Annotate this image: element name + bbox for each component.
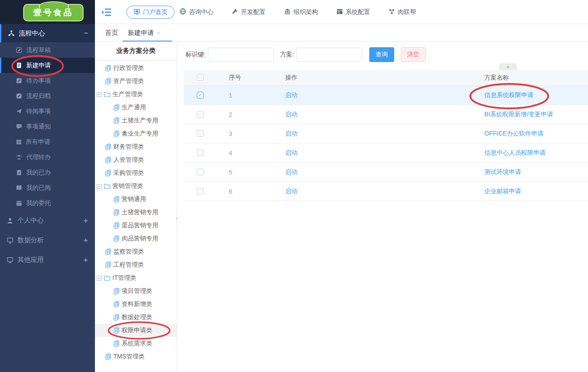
tree-item[interactable]: 资产管理类 [95,75,177,88]
start-link[interactable]: 启动 [285,91,298,98]
sidebar-item-todo[interactable]: 待办事项 [0,73,95,88]
tree-item[interactable]: 土猪营销专用 [95,206,177,219]
plan-name-link[interactable]: 测试环境申请 [484,168,521,175]
clear-button[interactable]: 清空 [401,47,426,62]
screen-icon [133,8,140,17]
tree-item[interactable]: 工程管理类 [95,258,177,271]
nav-item-consult[interactable]: 咨询中心 [179,8,214,16]
wrench-icon [232,8,238,16]
nav-item-dev-config[interactable]: 开发配置 [232,8,266,16]
sidebar-section-process-center[interactable]: 流程中心 − [0,24,95,42]
tree-folder[interactable]: −营销管理类 [95,180,177,193]
start-link[interactable]: 启动 [285,111,298,118]
tree-item[interactable]: 监察管理类 [95,245,177,258]
sidebar-section-personal-center[interactable]: 个人中心 + [0,211,95,230]
plan-name-link[interactable]: OFFICE办公软件申请 [484,130,543,137]
nav-item-sys-config[interactable]: 系统配置 [336,8,370,16]
tree-item[interactable]: 系统需求类 [95,337,177,350]
tree-item[interactable]: 项目管理类 [95,285,177,298]
tree-item[interactable]: 资料新增类 [95,298,177,311]
key-input[interactable] [208,48,274,62]
chat-bubble-icon [16,123,22,130]
doc-pages-icon [113,301,120,308]
doc-pages-icon [113,104,120,111]
tree-item[interactable]: 营销通用 [95,193,177,206]
tree-item[interactable]: 人资管理类 [95,153,177,167]
doc-pages-icon [105,78,112,85]
plan-name-link[interactable]: 企业邮箱申请 [484,188,521,195]
expand-plus-icon[interactable]: + [84,216,88,225]
table-row: 4 启动 信息中心人员权限申请 [184,143,588,163]
tree-item[interactable]: TMS管理类 [95,350,177,363]
sidebar-item-to-read[interactable]: 待阅事项 [0,104,95,119]
monitor-icon [7,257,14,264]
tree-folder[interactable]: −生产管理类 [95,88,177,101]
row-checkbox[interactable] [197,130,203,137]
row-checkbox[interactable] [197,111,203,118]
portal-home-button[interactable]: 门户首页 [126,6,175,19]
expand-plus-icon[interactable]: + [84,256,88,264]
doc-pages-icon [105,170,112,177]
sidebar-section-other-apps[interactable]: 其他应用 + [0,250,95,270]
tree-item[interactable]: 肉品营销专用 [95,232,177,245]
start-link[interactable]: 启动 [285,130,298,137]
sidebar-section-data-analysis[interactable]: 数据分析 + [0,230,95,250]
document-icon [16,62,22,69]
table-row: ✓ 1 启动 信息系统权限申请 [184,86,588,105]
collapse-chevron-tab[interactable]: ∧ [499,63,517,70]
select-all-checkbox[interactable] [197,74,203,81]
tree-item-selected[interactable]: 权限申请类 [95,324,177,337]
archive-icon [16,93,22,99]
tree-item[interactable]: 土猪生产专用 [95,114,177,127]
row-checkbox[interactable] [197,188,203,195]
sidebar-item-my-read[interactable]: 我的已阅 [0,180,95,195]
sidebar-item-notice[interactable]: 事项通知 [0,119,95,134]
tree-item[interactable]: 行政管理类 [95,62,177,75]
tree-item[interactable]: 数据处理类 [95,311,177,324]
tree-item[interactable]: 采购管理类 [95,167,177,180]
tree-title: 业务方案分类 [95,42,177,61]
search-button[interactable]: 查询 [369,47,394,62]
collapse-box-icon[interactable]: − [97,276,102,281]
start-link[interactable]: 启动 [285,188,298,195]
sidebar-item-archive[interactable]: 流程归档 [0,88,95,104]
plan-name-link[interactable]: BI系统权限新增/变更申请 [484,111,553,118]
row-checkbox[interactable] [197,149,203,156]
sidebar-item-process-draft[interactable]: 流程草稿 [0,42,95,58]
tab-home[interactable]: 首页 [105,24,118,42]
plan-name-link[interactable]: 信息中心人员权限申请 [484,149,546,156]
doc-pages-icon [105,143,112,150]
row-seq: 4 [217,149,266,156]
close-icon[interactable]: × [157,30,160,36]
sidebar-item-my-delegation[interactable]: 我的委托 [0,195,95,211]
plan-input[interactable] [296,48,362,62]
book-icon [16,184,22,191]
tree-item[interactable]: 禽业生产专用 [95,127,177,140]
plan-name-link[interactable]: 信息系统权限申请 [484,91,533,98]
sidebar-collapse-icon[interactable] [101,7,112,17]
columns-icon [336,8,343,16]
row-checkbox[interactable]: ✓ [197,92,203,98]
sidebar-item-delegate-transfer[interactable]: 代理转办 [0,149,95,165]
tab-new-request[interactable]: 新建申请 × [128,24,160,42]
tree-item[interactable]: 蛋品营销专用 [95,219,177,232]
sidebar-item-all-requests[interactable]: 所有申请 [0,134,95,149]
collapse-box-icon[interactable]: − [97,92,102,97]
monitor-icon [7,237,14,244]
nav-item-org[interactable]: 组织架构 [284,8,318,16]
start-link[interactable]: 启动 [285,168,298,175]
collapse-minus-icon[interactable]: − [84,29,88,37]
tree-folder[interactable]: −IT管理类 [95,271,177,285]
sidebar-item-my-done[interactable]: 我的已办 [0,165,95,180]
doc-pages-icon [105,248,112,255]
header-seq: 序号 [217,74,266,82]
start-link[interactable]: 启动 [285,149,298,156]
expand-plus-icon[interactable]: + [84,236,88,245]
doc-pages-icon [105,156,112,163]
nav-item-roulianbang[interactable]: 肉联帮 [388,8,416,16]
tree-item[interactable]: 生产通用 [95,101,177,114]
tree-item[interactable]: 财务管理类 [95,140,177,153]
sidebar-item-new-request[interactable]: 新建申请 [0,58,95,73]
collapse-box-icon[interactable]: − [97,184,102,189]
row-checkbox[interactable] [197,169,203,175]
